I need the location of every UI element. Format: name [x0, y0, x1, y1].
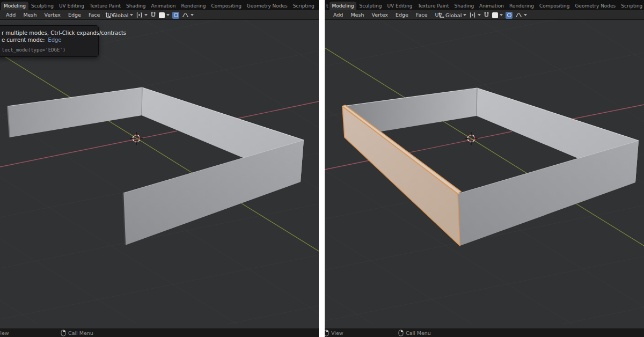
proportional-circle-icon	[174, 13, 178, 17]
orientation-label: Global	[445, 12, 462, 18]
transform-orientation-dropdown[interactable]: Global	[105, 12, 133, 18]
grid-line	[325, 20, 554, 66]
x-axis-line	[237, 101, 319, 119]
call-menu-hint-label: Call Menu	[68, 330, 93, 336]
tab-animation[interactable]: Animation	[477, 2, 507, 10]
blender-window-right: t ModelingSculptingUV EditingTexture Pai…	[325, 0, 644, 337]
tab-sculpting[interactable]: Sculpting	[356, 2, 384, 10]
workspace-tab-bar: ModelingSculptingUV EditingTexture Paint…	[0, 0, 319, 10]
tab-geometry-nodes[interactable]: Geometry Nodes	[244, 2, 290, 10]
keymap-hint-call-menu: Call Menu	[398, 328, 431, 337]
workspace-tab-bar: t ModelingSculptingUV EditingTexture Pai…	[325, 0, 644, 10]
wall-back-left[interactable]	[8, 87, 142, 137]
menu-add[interactable]: Add	[2, 12, 19, 18]
proportional-editing-toggle[interactable]	[506, 12, 513, 19]
pivot-point-dropdown[interactable]	[469, 12, 481, 18]
tab-uv-editing[interactable]: UV Editing	[56, 2, 87, 10]
tab-modeling[interactable]: Modeling	[330, 2, 357, 10]
chevron-down-icon	[144, 14, 148, 16]
mouse-icon	[398, 329, 404, 336]
snap-toggle[interactable]	[484, 12, 489, 18]
tab-compositing[interactable]: Compositing	[208, 2, 244, 10]
y-axis-line	[241, 203, 319, 251]
status-bar: View Call Menu	[325, 328, 644, 337]
transform-orientation-icon	[438, 12, 444, 18]
tab-compositing[interactable]: Compositing	[537, 2, 572, 10]
tab-rendering[interactable]: Rendering	[178, 2, 208, 10]
y-axis-line	[576, 204, 644, 246]
tooltip-python-line: lect_mode(type='EDGE')	[2, 47, 93, 53]
menu-mesh[interactable]: Mesh	[19, 12, 40, 18]
call-menu-hint-label: Call Menu	[406, 330, 431, 336]
tab-texture-paint[interactable]: Texture Paint	[415, 2, 451, 10]
grid-line	[244, 20, 319, 66]
pivot-point-icon	[136, 12, 143, 18]
keymap-hint-view: View	[325, 328, 343, 337]
tab-modeling[interactable]: Modeling	[1, 2, 28, 10]
snap-increment-icon	[492, 12, 498, 18]
keymap-hint-view: View	[0, 328, 9, 337]
tab-sculpting[interactable]: Sculpting	[28, 2, 56, 10]
wall-front-right[interactable]	[123, 140, 304, 245]
grid-line	[579, 20, 644, 60]
x-axis-line	[0, 131, 177, 167]
view-hint-label: View	[0, 330, 9, 336]
menu-edge[interactable]: Edge	[392, 12, 412, 18]
grid-line	[325, 257, 644, 321]
x-axis-line	[325, 160, 369, 170]
tooltip-edge-select-mode: r multiple modes, Ctrl-Click expands/con…	[0, 25, 99, 57]
menu-add[interactable]: Add	[330, 12, 347, 18]
menu-vertex[interactable]: Vertex	[40, 12, 64, 18]
snap-target-dropdown[interactable]	[159, 12, 170, 18]
x-axis-line	[405, 131, 512, 153]
snap-toggle[interactable]	[150, 12, 156, 18]
mouse-icon	[61, 329, 66, 336]
menu-face[interactable]: Face	[412, 12, 431, 18]
viewport-header-controls: Global	[438, 10, 527, 20]
proportional-falloff-dropdown[interactable]	[515, 12, 527, 18]
transform-orientation-icon	[105, 12, 111, 18]
x-axis-line	[572, 105, 644, 119]
tab-shading[interactable]: Shading	[123, 2, 149, 10]
chevron-down-icon	[478, 14, 481, 16]
menu-vertex[interactable]: Vertex	[368, 12, 392, 18]
menu-mesh[interactable]: Mesh	[347, 12, 368, 18]
tab-scripting[interactable]: Scripting	[290, 2, 317, 10]
tab-uv-editing[interactable]: UV Editing	[385, 2, 415, 10]
menu-face[interactable]: Face	[85, 12, 104, 18]
grid-line	[325, 232, 472, 324]
tooltip-line-2: e current mode:Edge	[2, 36, 93, 43]
pivot-point-icon	[469, 12, 476, 18]
tab-shading[interactable]: Shading	[452, 2, 477, 10]
wall-front-right[interactable]	[458, 141, 639, 246]
grid-line	[562, 307, 644, 324]
grid-line	[0, 239, 137, 324]
tab-scripting[interactable]: Scripting	[618, 2, 644, 10]
snap-increment-icon	[159, 12, 165, 18]
pivot-point-dropdown[interactable]	[136, 12, 148, 18]
y-axis-line	[325, 48, 406, 98]
orientation-label: Global	[112, 12, 128, 18]
chevron-down-icon	[130, 14, 133, 16]
tab-rendering[interactable]: Rendering	[507, 2, 537, 10]
chevron-down-icon	[191, 14, 194, 16]
tab-texture-paint[interactable]: Texture Paint	[87, 2, 123, 10]
menu-edge[interactable]: Edge	[64, 12, 85, 18]
falloff-curve-icon	[182, 12, 189, 18]
screenshot-divider	[319, 0, 325, 337]
grid-line	[0, 255, 319, 319]
magnet-icon	[484, 12, 489, 18]
blender-window-left: ModelingSculptingUV EditingTexture Paint…	[0, 0, 319, 337]
transform-orientation-dropdown[interactable]: Global	[438, 12, 466, 18]
3d-viewport[interactable]	[325, 20, 644, 328]
grid-line	[227, 306, 319, 324]
3d-viewport[interactable]	[0, 20, 319, 328]
proportional-circle-icon	[507, 13, 511, 17]
proportional-editing-toggle[interactable]	[172, 12, 179, 19]
proportional-falloff-dropdown[interactable]	[182, 12, 194, 18]
tab-geometry-nodes[interactable]: Geometry Nodes	[572, 2, 618, 10]
snap-target-dropdown[interactable]	[492, 12, 503, 18]
tooltip-line-1: r multiple modes, Ctrl-Click expands/con…	[2, 30, 93, 36]
tab-animation[interactable]: Animation	[149, 2, 179, 10]
viewport-header-controls: Global	[105, 10, 194, 20]
